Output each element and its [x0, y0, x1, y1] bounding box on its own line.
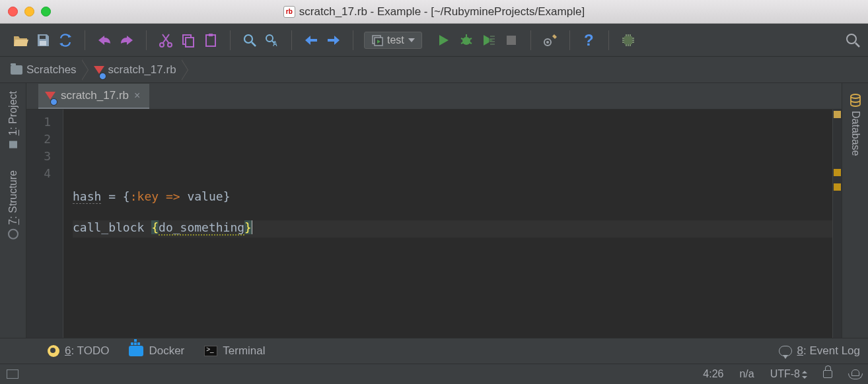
- undo-icon[interactable]: [96, 32, 113, 49]
- run-icon[interactable]: [435, 32, 452, 49]
- paste-icon[interactable]: [202, 32, 219, 49]
- open-icon[interactable]: [12, 32, 29, 49]
- inspection-indicator[interactable]: [834, 111, 841, 118]
- svg-point-2: [160, 43, 164, 47]
- docker-tool-button[interactable]: Docker: [129, 344, 184, 358]
- insert-mode[interactable]: n/a: [739, 368, 754, 380]
- project-tool-button[interactable]: 1: Project: [6, 87, 20, 154]
- editor-tab[interactable]: scratch_17.rb ×: [38, 84, 149, 109]
- chip-icon[interactable]: [620, 32, 637, 49]
- todo-icon: [48, 345, 59, 357]
- cut-icon[interactable]: [157, 32, 174, 49]
- svg-point-9: [266, 35, 273, 42]
- editor[interactable]: 1 2 3 4 hash = {:key => value} call_bloc…: [26, 110, 842, 338]
- svg-rect-7: [209, 34, 213, 36]
- structure-icon: [8, 228, 18, 239]
- marker-strip[interactable]: [832, 110, 842, 338]
- file-encoding[interactable]: UTF-8: [770, 368, 807, 380]
- docker-label: Docker: [149, 344, 184, 358]
- window-controls: [8, 7, 51, 16]
- bottom-tool-strip: 6: TODO Docker Terminal 8: Event Log: [0, 338, 868, 364]
- code-token: value: [187, 189, 223, 203]
- run-configuration-name: test: [387, 34, 404, 46]
- database-icon: [850, 94, 861, 107]
- left-tool-strip: 1: Project 7: Structure: [0, 83, 26, 338]
- search-everywhere-icon[interactable]: [844, 32, 861, 49]
- inspector-hat-icon[interactable]: [848, 369, 861, 379]
- docker-icon: [129, 346, 143, 356]
- main-area: 1: Project 7: Structure scratch_17.rb × …: [0, 83, 868, 338]
- svg-text:A: A: [273, 40, 277, 48]
- terminal-icon: [204, 346, 217, 356]
- window-title-text: scratch_17.rb - Example - [~/RubyminePro…: [299, 5, 585, 18]
- code-token: hash: [73, 189, 101, 204]
- help-icon[interactable]: ?: [581, 32, 598, 49]
- ruby-scratch-icon: [45, 92, 55, 100]
- code-area[interactable]: hash = {:key => value} call_block {do_so…: [63, 110, 842, 338]
- tool-windows-toggle-icon[interactable]: [7, 369, 18, 379]
- minimize-window-button[interactable]: [24, 7, 34, 16]
- copy-icon[interactable]: [180, 32, 197, 49]
- event-log-icon: [779, 346, 792, 356]
- breadcrumb-root[interactable]: Scratches: [5, 57, 82, 82]
- terminal-tool-button[interactable]: Terminal: [204, 344, 265, 358]
- code-token: =>: [159, 189, 187, 203]
- caret: [252, 220, 252, 234]
- readonly-lock-icon[interactable]: [823, 370, 832, 378]
- run-configuration-selector[interactable]: test: [364, 32, 422, 49]
- stop-icon[interactable]: [503, 32, 520, 49]
- warning-marker[interactable]: [834, 183, 841, 191]
- event-log-button[interactable]: 8: Event Log: [779, 344, 860, 358]
- svg-point-17: [546, 41, 549, 44]
- find-icon[interactable]: [241, 32, 258, 49]
- close-tab-icon[interactable]: ×: [134, 90, 140, 102]
- back-icon[interactable]: [303, 32, 320, 49]
- replace-icon[interactable]: A: [264, 32, 281, 49]
- line-number: 2: [26, 131, 63, 148]
- svg-point-20: [847, 34, 856, 44]
- redo-icon[interactable]: [118, 32, 135, 49]
- line-number: 4: [26, 165, 63, 182]
- code-token: :key: [130, 189, 159, 203]
- folder-icon: [11, 65, 22, 75]
- code-token: {: [151, 220, 159, 234]
- line-number: 3: [26, 148, 63, 165]
- svg-point-13: [462, 37, 470, 45]
- main-toolbar: A test: [0, 24, 868, 57]
- svg-rect-15: [507, 36, 516, 45]
- zoom-window-button[interactable]: [41, 7, 51, 16]
- project-icon: [8, 140, 18, 150]
- debug-icon[interactable]: [458, 32, 475, 49]
- code-token: call_block: [73, 220, 151, 234]
- structure-mnemonic: 7: [7, 218, 18, 224]
- ruby-scratch-icon: [94, 66, 104, 74]
- project-mnemonic: 1: [7, 130, 18, 136]
- breadcrumb-file[interactable]: scratch_17.rb: [82, 57, 182, 82]
- todo-tool-button[interactable]: 6: TODO: [48, 344, 109, 358]
- svg-rect-21: [9, 141, 17, 148]
- line-gutter: 1 2 3 4: [26, 110, 63, 338]
- event-log-label: : Event Log: [803, 344, 860, 357]
- code-token: do_something: [159, 220, 244, 236]
- chevron-down-icon: [408, 38, 415, 42]
- project-label: : Project: [7, 91, 18, 130]
- title-bar: rb scratch_17.rb - Example - [~/Rubymine…: [0, 0, 868, 24]
- svg-rect-1: [40, 41, 46, 46]
- right-tool-strip: Database: [842, 83, 868, 338]
- warning-marker[interactable]: [834, 169, 841, 176]
- forward-icon[interactable]: [325, 32, 342, 49]
- coverage-icon[interactable]: [480, 32, 497, 49]
- save-all-icon[interactable]: [34, 32, 52, 49]
- structure-tool-button[interactable]: 7: Structure: [6, 166, 20, 243]
- svg-rect-6: [206, 35, 215, 46]
- settings-icon[interactable]: [542, 32, 559, 49]
- sync-icon[interactable]: [57, 32, 74, 49]
- close-window-button[interactable]: [8, 7, 18, 16]
- svg-point-22: [851, 94, 860, 98]
- svg-rect-5: [186, 38, 194, 47]
- editor-wrapper: scratch_17.rb × 1 2 3 4 hash = {:key => …: [26, 83, 842, 338]
- ruby-file-icon: rb: [283, 6, 295, 18]
- status-bar: 4:26 n/a UTF-8: [0, 364, 868, 384]
- editor-tabs: scratch_17.rb ×: [26, 83, 842, 110]
- caret-position[interactable]: 4:26: [703, 368, 723, 380]
